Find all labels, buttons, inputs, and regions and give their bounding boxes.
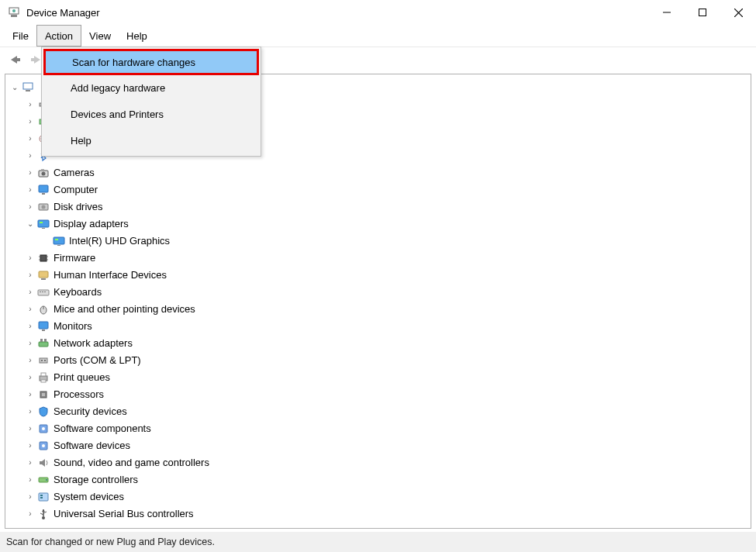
maximize-button[interactable] [685,0,720,25]
tree-node[interactable]: ›Storage controllers [9,471,747,488]
tree-node[interactable]: ›Software components [9,420,747,437]
menu-action[interactable]: Action [36,25,81,47]
tree-node-label: Human Interface Devices [54,267,167,284]
tree-expand-icon[interactable]: › [24,181,36,198]
svg-rect-45 [40,339,43,342]
tree-node-label: Software components [54,420,151,437]
svg-rect-8 [31,58,36,61]
disk-icon [36,201,50,213]
tree-expand-icon[interactable]: ⌄ [24,216,36,233]
svg-rect-10 [26,90,30,91]
tree-expand-icon[interactable]: › [24,301,36,318]
tree-node-label: System devices [54,488,124,505]
tree-node[interactable]: ›Security devices [9,403,747,420]
svg-point-48 [41,360,43,361]
tree-node[interactable]: ›Universal Serial Bus controllers [9,505,747,523]
tree-expand-icon[interactable]: › [24,250,36,267]
svg-rect-54 [42,393,45,396]
menu-item-add-legacy[interactable]: Add legacy hardware [44,74,258,101]
tree-node-label: Keyboards [54,284,102,301]
minimize-button[interactable] [649,0,685,25]
menu-help[interactable]: Help [119,25,155,47]
menu-file[interactable]: File [5,25,36,47]
svg-rect-9 [23,83,33,89]
tree-expand-icon[interactable]: › [24,488,36,505]
keyboard-icon [36,286,50,298]
tree-node[interactable]: ›Firmware [9,250,747,267]
tree-expand-icon[interactable]: › [24,198,36,216]
storage-icon [36,474,50,486]
tree-expand-icon[interactable]: › [24,335,36,352]
tree-expand-icon[interactable]: › [24,318,36,335]
svg-rect-47 [40,358,47,363]
tree-expand-icon[interactable]: › [24,505,36,523]
system-icon [36,491,50,503]
svg-point-22 [42,205,46,209]
tree-node-label: Mice and other pointing devices [54,301,195,318]
menu-item-devices-printers[interactable]: Devices and Printers [44,101,258,127]
tree-node-label: Cameras [54,164,95,181]
tree-node-label: Security devices [54,403,127,420]
tree-expand-icon[interactable]: › [24,284,36,301]
tree-node-label: Firmware [54,250,95,267]
tree-node[interactable]: ›Print queues [9,369,747,386]
tree-node[interactable]: ›Computer [9,181,747,198]
tree-node[interactable]: ›Ports (COM & LPT) [9,352,747,369]
menu-view[interactable]: View [81,25,119,47]
tree-expand-icon[interactable]: › [24,267,36,284]
svg-rect-23 [38,220,49,227]
action-menu-dropdown: Scan for hardware changes Add legacy har… [41,47,261,157]
window-title: Device Manager [26,7,649,19]
tree-node-label: Network adapters [54,335,133,352]
svg-rect-20 [42,193,45,195]
tree-node[interactable]: Intel(R) UHD Graphics [9,233,747,250]
svg-point-60 [46,479,47,481]
tree-node-label: Monitors [54,318,92,335]
menu-item-help[interactable]: Help [44,127,258,154]
tree-node[interactable]: ›Monitors [9,318,747,335]
tree-node-label: Universal Serial Bus controllers [54,505,194,523]
svg-rect-52 [41,380,46,382]
close-button[interactable] [720,0,756,25]
tree-node[interactable]: ›Network adapters [9,335,747,352]
tree-expand-icon[interactable]: › [24,147,36,164]
svg-rect-43 [42,329,45,331]
tree-node-label: Print queues [54,369,110,386]
menu-item-scan-hardware[interactable]: Scan for hardware changes [43,49,259,75]
tree-node[interactable]: ›Mice and other pointing devices [9,301,747,318]
tree-expand-icon[interactable]: › [24,96,36,113]
tree-expand-icon[interactable]: › [24,369,36,386]
tree-node[interactable]: ›Processors [9,386,747,403]
tree-node[interactable]: ›Cameras [9,164,747,181]
tree-node[interactable]: ›Sound, video and game controllers [9,454,747,471]
port-icon [36,354,50,367]
tree-node[interactable]: ⌄Display adapters [9,216,747,233]
tree-expand-icon[interactable]: › [24,471,36,488]
svg-rect-36 [38,290,49,295]
svg-rect-29 [40,255,47,261]
tree-expand-icon[interactable]: ⌄ [9,79,21,96]
tree-expand-icon[interactable]: › [24,113,36,130]
tree-node[interactable]: ›Human Interface Devices [9,267,747,284]
back-button[interactable] [5,50,25,70]
tree-node-label: Ports (COM & LPT) [54,352,141,369]
tree-expand-icon[interactable]: › [24,352,36,369]
tree-node-label: Display adapters [54,216,129,233]
tree-expand-icon[interactable]: › [24,130,36,147]
tree-node[interactable]: ›Software devices [9,437,747,454]
tree-node[interactable]: ›System devices [9,488,747,505]
network-icon [36,337,50,350]
sound-icon [36,457,50,469]
menubar: File Action View Help [0,25,756,47]
svg-point-58 [42,444,45,447]
tree-expand-icon[interactable]: › [24,454,36,471]
svg-rect-34 [39,271,48,278]
tree-node[interactable]: ›Keyboards [9,284,747,301]
tree-expand-icon[interactable]: › [24,386,36,403]
tree-node[interactable]: ›Disk drives [9,198,747,216]
tree-expand-icon[interactable]: › [24,164,36,181]
tree-expand-icon[interactable]: › [24,437,36,454]
tree-expand-icon[interactable]: › [24,420,36,437]
statusbar-text: Scan for changed or new Plug and Play de… [6,536,215,547]
tree-expand-icon[interactable]: › [24,403,36,420]
